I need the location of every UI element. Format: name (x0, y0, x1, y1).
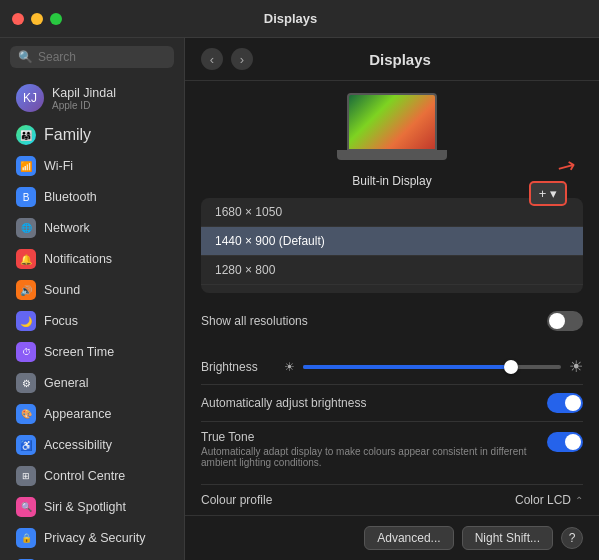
resolution-item-0[interactable]: 1680 × 1050 (201, 198, 583, 227)
sound-icon: 🔊 (16, 280, 36, 300)
resolution-item-2[interactable]: 1280 × 800 (201, 256, 583, 285)
sidebar-item-family[interactable]: 👨‍👩‍👧 Family (6, 120, 178, 150)
auto-adjust-label: Automatically adjust brightness (201, 396, 547, 410)
night-shift-button[interactable]: Night Shift... (462, 526, 553, 550)
sidebar-item-bluetooth[interactable]: B Bluetooth (6, 182, 178, 212)
true-tone-info: True Tone Automatically adapt display to… (201, 430, 539, 468)
screen-time-icon: ⏱ (16, 342, 36, 362)
color-profile-label: Colour profile (201, 493, 272, 507)
settings-section: Show all resolutions (201, 303, 583, 339)
main-container: 🔍 KJ Kapil Jindal Apple ID 👨‍👩‍👧 Family (0, 38, 599, 560)
show-all-resolutions-row: Show all resolutions (201, 303, 583, 339)
add-display-button[interactable]: + ▾ (529, 181, 567, 206)
sidebar-item-control-centre[interactable]: ⊞ Control Centre (6, 461, 178, 491)
sidebar-item-accessibility[interactable]: ♿ Accessibility (6, 430, 178, 460)
resolution-list: 1680 × 1050 1440 × 900 (Default) 1280 × … (201, 198, 583, 293)
window-title: Displays (0, 11, 587, 26)
help-button[interactable]: ? (561, 527, 583, 549)
color-profile-value-area: Color LCD ⌃ (515, 493, 583, 507)
display-preview: Built-in Display + ▾ ↗ (201, 93, 583, 188)
brightness-section: Brightness ☀ ☀ Automatically adjust brig… (201, 349, 583, 476)
color-profile-row: Colour profile Color LCD ⌃ (201, 484, 583, 515)
true-tone-label: True Tone (201, 430, 539, 444)
privacy-security-icon: 🔒 (16, 528, 36, 548)
true-tone-description: Automatically adapt display to make colo… (201, 446, 539, 468)
sidebar-item-screen-time[interactable]: ⏱ Screen Time (6, 337, 178, 367)
laptop-illustration (337, 93, 447, 168)
notifications-icon: 🔔 (16, 249, 36, 269)
display-preview-section: Built-in Display + ▾ ↗ (185, 81, 599, 198)
user-name: Kapil Jindal (52, 86, 116, 100)
show-all-resolutions-label: Show all resolutions (201, 314, 547, 328)
sidebar-section: KJ Kapil Jindal Apple ID 👨‍👩‍👧 Family 📶 … (0, 76, 184, 560)
arrow-indicator: ↗ (552, 150, 581, 182)
resolution-item-1[interactable]: 1440 × 900 (Default) (201, 227, 583, 256)
user-subtitle: Apple ID (52, 100, 116, 111)
content-area: ‹ › Displays Built-in Display + ▾ ↗ (185, 38, 599, 560)
color-profile-value: Color LCD (515, 493, 571, 507)
control-centre-icon: ⊞ (16, 466, 36, 486)
true-tone-toggle-knob (565, 434, 581, 450)
family-label: Family (44, 126, 91, 144)
brightness-fill (303, 365, 509, 369)
bluetooth-icon: B (16, 187, 36, 207)
color-profile-section: Colour profile Color LCD ⌃ (201, 480, 583, 515)
user-section[interactable]: KJ Kapil Jindal Apple ID (6, 78, 178, 118)
auto-adjust-toggle-knob (565, 395, 581, 411)
avatar: KJ (16, 84, 44, 112)
brightness-label: Brightness (201, 360, 276, 374)
display-name: Built-in Display (352, 174, 431, 188)
advanced-button[interactable]: Advanced... (364, 526, 453, 550)
family-icon: 👨‍👩‍👧 (16, 125, 36, 145)
toggle-knob (549, 313, 565, 329)
general-icon: ⚙ (16, 373, 36, 393)
true-tone-toggle[interactable] (547, 432, 583, 452)
content-header: ‹ › Displays (185, 38, 599, 81)
laptop-screen (347, 93, 437, 151)
title-bar: Displays (0, 0, 599, 38)
sidebar-item-siri-spotlight[interactable]: 🔍 Siri & Spotlight (6, 492, 178, 522)
sidebar-item-appearance[interactable]: 🎨 Appearance (6, 399, 178, 429)
network-icon: 🌐 (16, 218, 36, 238)
display-label-row: Built-in Display + ▾ ↗ (201, 174, 583, 188)
auto-adjust-row: Automatically adjust brightness (201, 385, 583, 422)
sidebar-item-sound[interactable]: 🔊 Sound (6, 275, 178, 305)
sidebar-item-privacy-security[interactable]: 🔒 Privacy & Security (6, 523, 178, 553)
brightness-thumb[interactable] (504, 360, 518, 374)
accessibility-icon: ♿ (16, 435, 36, 455)
search-icon: 🔍 (18, 50, 33, 64)
sidebar: 🔍 KJ Kapil Jindal Apple ID 👨‍👩‍👧 Family (0, 38, 185, 560)
sidebar-item-desktop-dock[interactable]: ⊟ Desktop & Dock (6, 554, 178, 560)
focus-icon: 🌙 (16, 311, 36, 331)
page-title: Displays (217, 51, 583, 68)
bottom-bar: Advanced... Night Shift... ? (185, 515, 599, 560)
sidebar-item-general[interactable]: ⚙ General (6, 368, 178, 398)
wifi-icon: 📶 (16, 156, 36, 176)
sidebar-item-wifi[interactable]: 📶 Wi-Fi (6, 151, 178, 181)
show-all-resolutions-toggle[interactable] (547, 311, 583, 331)
sun-small-icon: ☀ (284, 360, 295, 374)
search-input[interactable] (38, 50, 166, 64)
sidebar-item-notifications[interactable]: 🔔 Notifications (6, 244, 178, 274)
brightness-slider[interactable] (303, 365, 561, 369)
color-profile-chevron: ⌃ (575, 495, 583, 506)
search-box[interactable]: 🔍 (10, 46, 174, 68)
sidebar-item-focus[interactable]: 🌙 Focus (6, 306, 178, 336)
sidebar-item-network[interactable]: 🌐 Network (6, 213, 178, 243)
resolution-item-3[interactable]: 1024 × 640 (201, 285, 583, 293)
true-tone-row: True Tone Automatically adapt display to… (201, 422, 583, 476)
auto-adjust-toggle[interactable] (547, 393, 583, 413)
siri-spotlight-icon: 🔍 (16, 497, 36, 517)
laptop-base (337, 150, 447, 160)
user-info: Kapil Jindal Apple ID (52, 86, 116, 111)
appearance-icon: 🎨 (16, 404, 36, 424)
sun-large-icon: ☀ (569, 357, 583, 376)
brightness-row: Brightness ☀ ☀ (201, 349, 583, 385)
